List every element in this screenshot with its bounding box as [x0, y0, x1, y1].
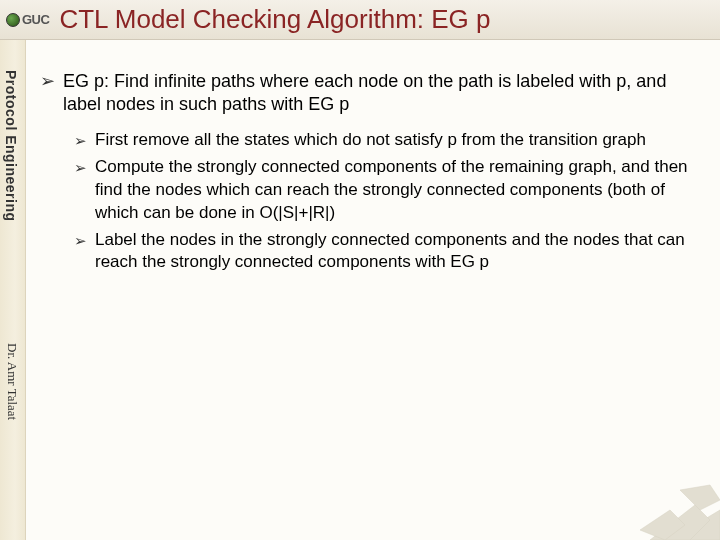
svg-marker-2	[680, 485, 720, 510]
main-bullet-text: EG p: Find infinite paths where each nod…	[63, 70, 690, 117]
logo-globe-icon	[6, 13, 20, 27]
bullet-marker-icon: ➢	[74, 156, 87, 225]
sub-bullet-text: First remove all the states which do not…	[95, 129, 646, 152]
slide-title: CTL Model Checking Algorithm: EG p	[59, 4, 490, 35]
logo-text: GUC	[22, 12, 49, 27]
slide-header: GUC CTL Model Checking Algorithm: EG p	[0, 0, 720, 40]
logo: GUC	[6, 12, 49, 27]
sidebar: Protocol Engineering Dr. Amr Talaat	[0, 40, 26, 540]
bullet-marker-icon: ➢	[40, 70, 55, 117]
author-label: Dr. Amr Talaat	[4, 343, 20, 420]
sub-bullet: ➢ Label the nodes in the strongly connec…	[74, 229, 690, 275]
sub-bullet: ➢ Compute the strongly connected compone…	[74, 156, 690, 225]
bullet-marker-icon: ➢	[74, 229, 87, 275]
course-label: Protocol Engineering	[3, 70, 19, 222]
sub-bullet-text: Compute the strongly connected component…	[95, 156, 690, 225]
bullet-marker-icon: ➢	[74, 129, 87, 152]
corner-decoration-icon	[600, 470, 720, 540]
sub-bullet-list: ➢ First remove all the states which do n…	[74, 129, 690, 275]
sub-bullet-text: Label the nodes in the strongly connecte…	[95, 229, 690, 275]
main-bullet: ➢ EG p: Find infinite paths where each n…	[40, 70, 690, 117]
sub-bullet: ➢ First remove all the states which do n…	[74, 129, 690, 152]
slide-content: ➢ EG p: Find infinite paths where each n…	[40, 70, 690, 278]
